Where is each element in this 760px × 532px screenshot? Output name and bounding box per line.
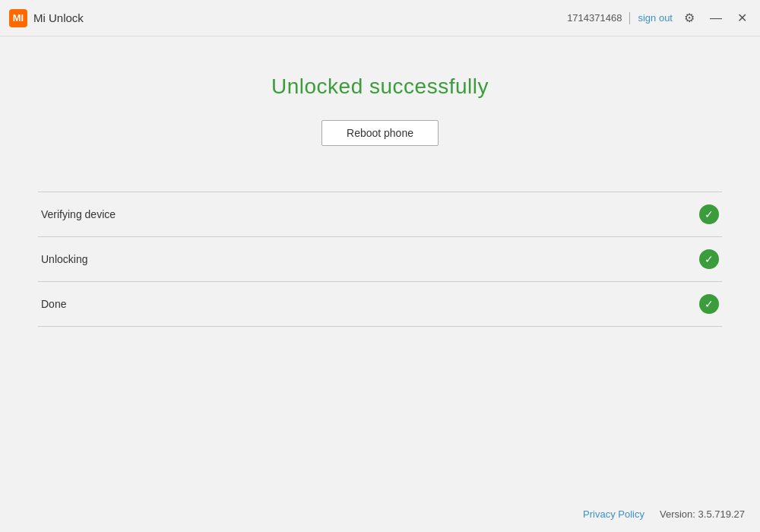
app-title: Mi Unlock (33, 11, 84, 24)
titlebar-right: 1714371468 sign out ⚙ — ✕ (567, 11, 751, 26)
check-icon-unlock: ✓ (699, 249, 719, 269)
titlebar: MI Mi Unlock 1714371468 sign out ⚙ — ✕ (0, 0, 760, 36)
reboot-phone-button[interactable]: Reboot phone (321, 120, 439, 146)
step-label-verify: Verifying device (41, 208, 116, 220)
mi-logo: MI (9, 9, 27, 27)
check-icon-done: ✓ (699, 294, 719, 314)
settings-button[interactable]: ⚙ (680, 11, 698, 26)
version-text: Version: 3.5.719.27 (660, 508, 745, 520)
vertical-divider (629, 12, 630, 24)
user-id: 1714371468 (567, 12, 622, 24)
close-button[interactable]: ✕ (733, 11, 751, 26)
sign-out-link[interactable]: sign out (638, 12, 673, 24)
success-title: Unlocked successfully (271, 74, 489, 99)
check-icon-verify: ✓ (699, 204, 719, 224)
step-row-unlock: Unlocking ✓ (38, 237, 722, 282)
steps-container: Verifying device ✓ Unlocking ✓ Done ✓ (38, 192, 722, 327)
titlebar-left: MI Mi Unlock (9, 9, 84, 27)
step-row-done: Done ✓ (38, 282, 722, 327)
privacy-policy-link[interactable]: Privacy Policy (583, 508, 644, 520)
main-content: Unlocked successfully Reboot phone Verif… (0, 36, 760, 327)
step-label-unlock: Unlocking (41, 253, 87, 265)
step-row-verify: Verifying device ✓ (38, 192, 722, 237)
footer: Privacy Policy Version: 3.5.719.27 (583, 508, 745, 520)
minimize-button[interactable]: — (706, 11, 726, 26)
step-label-done: Done (41, 298, 66, 310)
